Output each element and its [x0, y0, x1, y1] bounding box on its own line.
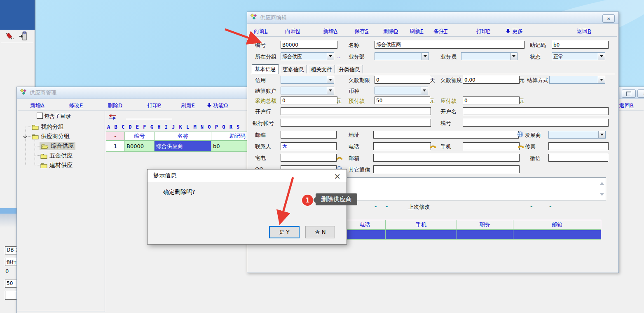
debt-term-input[interactable] — [375, 76, 430, 84]
tree-item-supplier-groups[interactable]: 供应商分组 — [32, 133, 70, 140]
edit-toolbar-delete[interactable]: 删除D — [383, 28, 398, 35]
group-browse-dots[interactable]: .. — [337, 53, 340, 59]
wechat-input[interactable] — [548, 154, 608, 162]
edit-toolbar-refresh[interactable]: 刷新F — [410, 28, 423, 35]
home-phone-input[interactable] — [281, 154, 337, 162]
mgmt-toolbar-add[interactable]: 新增A — [30, 102, 44, 109]
bank-account-input[interactable] — [281, 119, 431, 127]
edit-toolbar-more[interactable]: 更多 — [506, 28, 523, 35]
no-button[interactable]: 否 N — [305, 226, 335, 238]
mnemonic-input[interactable] — [552, 41, 609, 49]
scroll-up-icon[interactable] — [600, 180, 604, 185]
edit-toolbar-back[interactable]: 返回R — [577, 28, 591, 35]
combo-arrow-icon[interactable] — [510, 53, 517, 60]
mgmt-toolbar-back[interactable]: 返回R — [619, 102, 634, 109]
edit-toolbar-add[interactable]: 新增A — [323, 28, 337, 35]
tool-pen-icon[interactable] — [5, 31, 15, 43]
supplier-grid-row[interactable]: 1 B0000 综合供应商 b0 — [106, 141, 264, 152]
tab-basic-info[interactable]: 基本信息 — [252, 64, 279, 74]
email-input[interactable] — [373, 154, 520, 162]
swap-columns-icon[interactable] — [108, 113, 116, 121]
exit-door-icon[interactable] — [19, 31, 28, 43]
contacts-cell[interactable] — [513, 230, 601, 240]
combo-arrow-icon[interactable] — [598, 76, 605, 83]
scroll-down-icon[interactable] — [600, 193, 604, 198]
combo-arrow-icon[interactable] — [327, 76, 334, 83]
payable-input[interactable] — [463, 96, 520, 104]
edit-toolbar-next[interactable]: 向后N — [285, 28, 300, 35]
panel-divider[interactable] — [105, 111, 105, 312]
include-subdirs-checkbox[interactable] — [37, 113, 43, 119]
purchase-total-input[interactable] — [281, 96, 337, 104]
expand-chevron-icon[interactable] — [23, 134, 27, 140]
modified-date-dash: - — [549, 203, 551, 209]
combo-arrow-icon[interactable] — [422, 53, 429, 60]
tree-item-my-groups[interactable]: 我的分组 — [32, 123, 64, 131]
debt-limit-input[interactable] — [463, 76, 520, 84]
contacts-header-phone[interactable]: 电话 — [344, 220, 386, 230]
bank-branch-input[interactable] — [281, 107, 431, 115]
contacts-header-email[interactable]: 邮箱 — [513, 220, 601, 230]
postcode-input[interactable] — [281, 131, 337, 139]
settlement-method-combo[interactable] — [549, 76, 605, 84]
developer-combo[interactable] — [548, 131, 606, 139]
edit-close-button[interactable]: × — [602, 14, 615, 23]
other-comm-input[interactable] — [373, 165, 520, 173]
combo-arrow-icon[interactable] — [327, 53, 334, 60]
yes-button[interactable]: 是 Y — [269, 226, 300, 238]
tree-item-building-supply[interactable]: 建材供应 — [40, 162, 73, 169]
tab-category-info[interactable]: 分类信息 — [336, 65, 363, 73]
edit-toolbar-print[interactable]: 打印P — [476, 28, 490, 35]
contacts-cell[interactable] — [344, 230, 386, 240]
status-combo[interactable]: 正常 — [552, 52, 605, 60]
grid-header-indicator[interactable]: - — [106, 132, 125, 141]
mgmt-close-button[interactable]: × — [637, 89, 644, 98]
contacts-cell[interactable] — [457, 230, 513, 240]
combo-arrow-icon[interactable] — [598, 131, 605, 138]
address-input[interactable] — [373, 131, 519, 139]
grid-header-name[interactable]: 名称 — [155, 132, 211, 141]
background-field-fifty[interactable]: 50 — [5, 280, 17, 288]
row-name-cell-selected[interactable]: 综合供应商 — [155, 141, 211, 152]
mgmt-toolbar-edit[interactable]: 修改E — [69, 102, 83, 109]
currency-combo[interactable] — [375, 87, 428, 94]
contacts-header-mobile[interactable]: 手机 — [386, 220, 457, 230]
tab-related-files[interactable]: 相关文件 — [308, 65, 335, 73]
mgmt-toolbar-refresh[interactable]: 刷新F — [181, 102, 194, 109]
mgmt-toolbar-delete[interactable]: 删除D — [108, 102, 122, 109]
mgmt-toolbar-functions[interactable]: 功能O — [207, 102, 228, 109]
tree-item-general-supply[interactable]: 综合供应 — [40, 142, 75, 150]
edit-toolbar-remark[interactable]: 备注T — [433, 28, 447, 35]
account-name-input[interactable] — [463, 107, 609, 115]
fax-input[interactable] — [548, 142, 609, 150]
tax-number-input[interactable] — [463, 119, 609, 127]
alphabet-index-row[interactable]: A B C D E F G H I J K L M N O P Q R S — [107, 124, 239, 130]
combo-arrow-icon[interactable] — [327, 87, 334, 94]
salesperson-combo[interactable] — [461, 52, 518, 60]
tree-item-hardware-supply[interactable]: 五金供应 — [40, 152, 73, 160]
phone-input[interactable] — [373, 142, 431, 150]
combo-arrow-icon[interactable] — [421, 87, 428, 94]
credit-combo[interactable] — [281, 76, 334, 84]
settlement-account-combo[interactable] — [281, 87, 334, 94]
department-combo[interactable] — [375, 52, 429, 60]
mgmt-restore-button[interactable] — [622, 89, 636, 98]
edit-toolbar-prev[interactable]: 向前L — [254, 28, 267, 35]
grid-header-code[interactable]: 编号 — [125, 132, 155, 141]
prepayment-input[interactable] — [375, 96, 430, 104]
contacts-header-position[interactable]: 职务 — [457, 220, 513, 230]
row-index-cell[interactable]: 1 — [106, 141, 125, 152]
name-input[interactable] — [375, 41, 525, 49]
tab-more-info[interactable]: 更多信息 — [280, 65, 307, 73]
row-code-cell[interactable]: B0000 — [125, 141, 155, 152]
edit-toolbar-save[interactable]: 保存S — [354, 28, 368, 35]
contact-input[interactable] — [281, 142, 337, 150]
quick-filter-input[interactable] — [126, 113, 172, 119]
dialog-close-icon[interactable]: × — [331, 170, 343, 182]
combo-arrow-icon[interactable] — [598, 53, 605, 60]
group-combo[interactable]: 综合供应 — [281, 52, 334, 60]
mobile-input[interactable] — [463, 142, 520, 150]
code-input[interactable] — [281, 41, 337, 49]
contacts-cell[interactable] — [386, 230, 457, 240]
mgmt-toolbar-print[interactable]: 打印P — [147, 102, 161, 109]
